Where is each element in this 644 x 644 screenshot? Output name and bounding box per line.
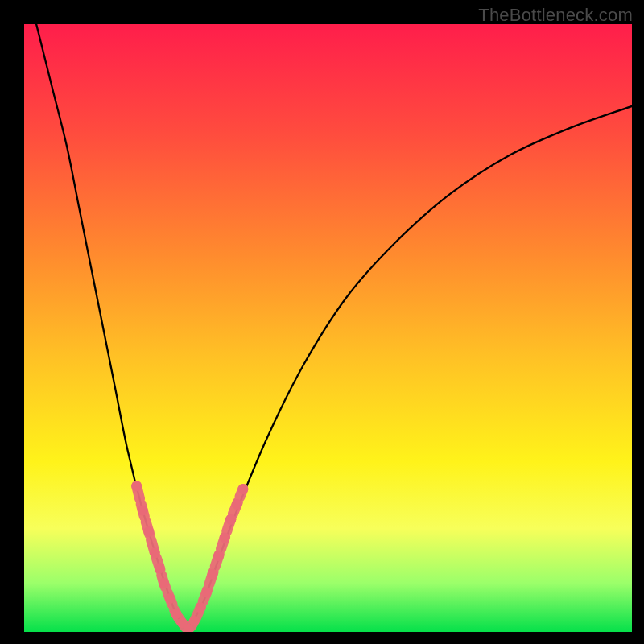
watermark-text: TheBottleneck.com bbox=[478, 5, 633, 26]
marker-dot bbox=[195, 602, 205, 613]
plot-area bbox=[24, 24, 632, 632]
marker-dot bbox=[138, 506, 148, 516]
marker-dot bbox=[159, 578, 169, 588]
marker-dot bbox=[155, 563, 165, 573]
left-branch-curve bbox=[36, 24, 188, 629]
marker-dot bbox=[213, 551, 224, 561]
marker-dot bbox=[143, 526, 154, 537]
marker-layer bbox=[131, 481, 248, 632]
chart-svg bbox=[24, 24, 632, 632]
right-branch-curve-path bbox=[188, 106, 632, 629]
marker-dot bbox=[208, 569, 218, 580]
right-branch-curve bbox=[188, 106, 632, 629]
marker-dot bbox=[165, 593, 175, 604]
marker-dot bbox=[150, 547, 160, 558]
marker-dot bbox=[131, 481, 142, 491]
left-branch-curve-path bbox=[36, 24, 188, 629]
marker-dot bbox=[225, 514, 236, 525]
marker-dot bbox=[171, 609, 181, 619]
marker-dot bbox=[237, 484, 248, 494]
marker-dot bbox=[220, 532, 230, 543]
marker-dot bbox=[232, 499, 242, 510]
chart-frame: TheBottleneck.com bbox=[0, 0, 644, 644]
marker-dot bbox=[201, 587, 212, 597]
marker-dot bbox=[189, 616, 200, 626]
